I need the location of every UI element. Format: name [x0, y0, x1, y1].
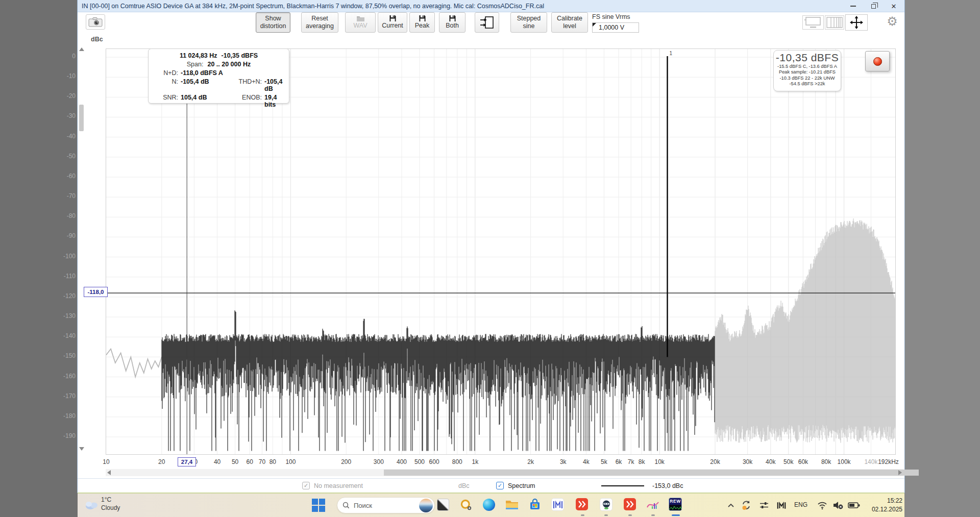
restore-icon: [871, 4, 876, 9]
right-gray-margin: [904, 0, 980, 517]
input-level-line4: -54.5 dBFS >22k: [774, 81, 841, 87]
cursor-level: -10,35 dBFS: [222, 52, 258, 59]
close-icon: ✕: [891, 3, 897, 10]
x-tick-label: 20k: [710, 458, 720, 465]
search-box[interactable]: Поиск: [337, 497, 435, 513]
edge-icon: [483, 499, 495, 511]
vertical-scrollbar[interactable]: [79, 47, 85, 455]
taskbar-icon-edge[interactable]: [482, 498, 496, 511]
language-indicator[interactable]: ENG: [794, 501, 807, 508]
taskbar-icon-microsoft-store[interactable]: [528, 498, 542, 511]
wav-label: WAV: [353, 22, 367, 30]
taskbar-icon-m-audio-app[interactable]: [551, 498, 564, 511]
loopback-button[interactable]: [475, 12, 499, 33]
measurement-info-box: 11 024,83 Hz -10,35 dBFS Span: 20 .. 20 …: [148, 48, 289, 104]
vertical-scroll-thumb[interactable]: [79, 105, 84, 131]
spectrum-plot[interactable]: 1: [106, 48, 896, 455]
taskbar-icon-rew[interactable]: REW: [669, 498, 682, 511]
close-button[interactable]: ✕: [890, 3, 897, 10]
x-tick-label: 80k: [821, 458, 831, 465]
volume-muted-indicator[interactable]: [832, 500, 844, 510]
record-button[interactable]: [865, 51, 890, 71]
restore-button[interactable]: [870, 3, 877, 10]
no-measurement-label: No measurement: [314, 482, 363, 489]
noise-level-marker-value: -118,0: [88, 289, 104, 295]
x-tick-label: 30k: [743, 458, 752, 465]
minimize-button[interactable]: [849, 3, 856, 10]
scroll-right-icon[interactable]: [898, 470, 902, 475]
gear-icon: ⚙: [887, 14, 898, 29]
noise-level-marker[interactable]: -118,0: [84, 287, 108, 297]
taskbar-icon-ninja-app[interactable]: [600, 498, 612, 511]
titlebar[interactable]: IN [00-00] on Comtrue ASIO Device GA at …: [78, 0, 904, 12]
stepped-sine-label: Stepped sine: [511, 15, 547, 31]
out-of-span-noise-trace: [715, 218, 895, 443]
thdn-value: -105,4 dB: [264, 78, 284, 92]
start-button[interactable]: [311, 498, 326, 512]
screenshot-button[interactable]: [86, 14, 105, 30]
weather-condition[interactable]: Cloudy: [101, 504, 120, 511]
search-highlight-art[interactable]: [419, 499, 433, 512]
tray-sync-app[interactable]: [740, 500, 752, 511]
snr-label: SNR:: [154, 94, 178, 108]
horizontal-scrollbar[interactable]: [106, 469, 903, 476]
taskbar-icon-contrast-tool[interactable]: [436, 498, 450, 511]
save-icon: [389, 15, 397, 21]
spectrum-checkbox[interactable]: ✓: [496, 482, 504, 489]
no-measurement-checkbox[interactable]: ✓: [302, 482, 310, 489]
stepped-sine-button[interactable]: Stepped sine: [510, 12, 547, 33]
taskbar-icon-file-explorer[interactable]: [505, 498, 519, 511]
taskbar-icon-magnifier-tool[interactable]: [459, 498, 473, 511]
y-tick-label: -50: [53, 153, 76, 160]
scroll-down-icon[interactable]: [79, 447, 84, 451]
save-both-button[interactable]: Both: [439, 12, 465, 33]
columns-view-button[interactable]: [825, 15, 844, 30]
x-tick-label: 100k: [838, 458, 851, 465]
calibrate-level-button[interactable]: Calibrate level: [551, 12, 588, 33]
save-peak-button[interactable]: Peak: [409, 12, 435, 33]
frequency-cursor-marker[interactable]: 27,4: [178, 457, 196, 466]
x-tick-label: 10k: [655, 458, 665, 465]
horizontal-scroll-thumb[interactable]: [384, 470, 919, 476]
move-pan-button[interactable]: [845, 14, 868, 31]
x-tick-label: 4k: [583, 458, 590, 465]
chevron-up-icon: [727, 503, 734, 508]
rew-icon-label: REW: [669, 498, 681, 505]
x-axis-labels: 10203040506070801002003004005006008001k2…: [106, 458, 896, 466]
wav-button[interactable]: WAV: [345, 12, 376, 33]
reset-averaging-label: Reset averaging: [302, 15, 338, 31]
frequency-cursor-value: 27,4: [181, 459, 192, 465]
input-level-main: -10,35 dBFS: [774, 52, 841, 64]
y-tick-label: -30: [53, 112, 76, 119]
y-tick-label: -120: [53, 292, 76, 300]
taskbar-icon-red-installer-1[interactable]: [576, 498, 588, 510]
fs-sine-vrms-value: 1,0000 V: [599, 24, 624, 31]
tray-m-audio-app[interactable]: [776, 500, 787, 510]
wifi-indicator[interactable]: [817, 500, 828, 510]
tray-expand-button[interactable]: [726, 501, 736, 509]
sync-arrows-icon: [741, 500, 751, 510]
x-tick-label: 50: [232, 458, 238, 465]
x-tick-label: 3k: [560, 458, 567, 465]
settings-gear-button[interactable]: ⚙: [884, 13, 900, 30]
weather-temp[interactable]: 1°C: [101, 496, 111, 503]
x-tick-label: 7k: [628, 458, 634, 465]
tray-mixer-app[interactable]: [758, 500, 770, 510]
reset-averaging-button[interactable]: Reset averaging: [301, 12, 338, 33]
y-tick-label: -190: [53, 432, 76, 439]
x-tick-label: 40k: [766, 458, 775, 465]
save-current-button[interactable]: Current: [378, 12, 407, 33]
x-tick-label: 80: [270, 458, 276, 465]
scroll-up-icon[interactable]: [79, 47, 84, 51]
taskbar-icon-red-installer-2[interactable]: [624, 498, 636, 510]
show-distortion-button[interactable]: Show distortion: [256, 12, 290, 33]
fs-sine-vrms-input[interactable]: 1,0000 V: [592, 22, 639, 33]
folder-icon: [356, 15, 365, 21]
display-view-button[interactable]: [802, 15, 824, 30]
fs-sine-vrms-label: FS sine Vrms: [592, 13, 630, 20]
taskbar-icon-analyzer-curves[interactable]: [646, 498, 659, 511]
columns-icon: [826, 17, 843, 28]
clock[interactable]: 15:22 02.12.2025: [857, 497, 902, 514]
weather-widget[interactable]: [84, 499, 100, 511]
scroll-left-icon[interactable]: [107, 470, 111, 475]
